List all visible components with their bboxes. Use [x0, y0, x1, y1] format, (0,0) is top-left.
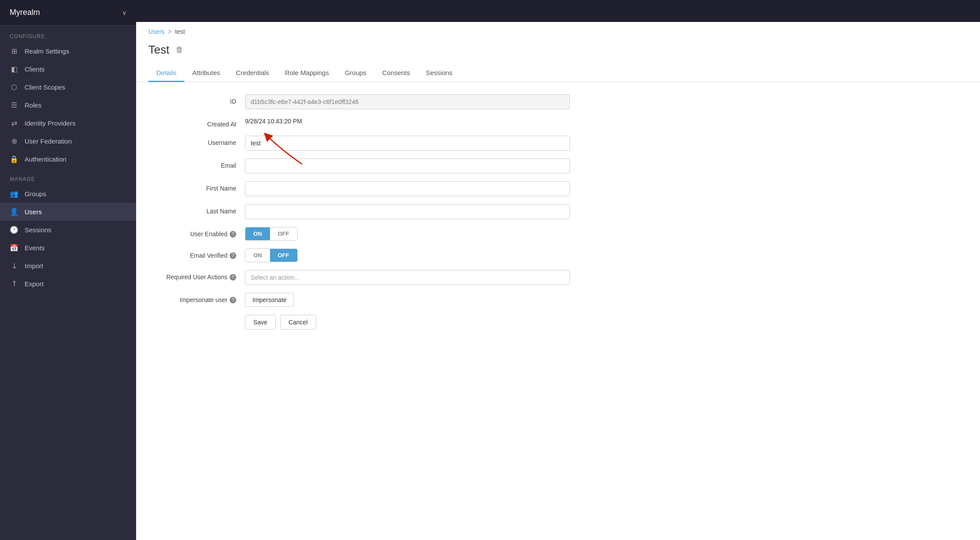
- realm-chevron-icon: ∨: [122, 9, 126, 16]
- sidebar-item-identity-providers[interactable]: ⇄ Identity Providers: [0, 114, 136, 132]
- email-verified-toggle[interactable]: ON OFF: [245, 248, 298, 262]
- sidebar-item-client-scopes[interactable]: ⬡ Client Scopes: [0, 78, 136, 96]
- sidebar-item-authentication[interactable]: 🔒 Authentication: [0, 150, 136, 168]
- tab-attributes[interactable]: Attributes: [184, 65, 228, 82]
- tab-consents[interactable]: Consents: [374, 65, 418, 82]
- last-name-input[interactable]: [245, 204, 570, 219]
- user-federation-icon: ⊕: [10, 137, 18, 145]
- sidebar-item-realm-settings[interactable]: ⊞ Realm Settings: [0, 42, 136, 60]
- email-verified-off-button[interactable]: OFF: [270, 249, 297, 262]
- save-button[interactable]: Save: [245, 315, 276, 330]
- first-name-input[interactable]: [245, 181, 570, 196]
- email-verified-on-button[interactable]: ON: [245, 249, 270, 262]
- sidebar-item-import[interactable]: ⤓ Import: [0, 257, 136, 275]
- email-verified-row: Email Verified ? ON OFF: [148, 248, 607, 262]
- impersonate-user-row: Impersonate user ? Impersonate: [148, 293, 607, 307]
- manage-section-label: Manage: [0, 168, 136, 185]
- id-label: ID: [148, 94, 245, 105]
- tabs-bar: Details Attributes Credentials Role Mapp…: [136, 65, 980, 82]
- email-row: Email: [148, 158, 607, 173]
- tab-credentials[interactable]: Credentials: [228, 65, 277, 82]
- sidebar-item-users[interactable]: 👤 Users: [0, 203, 136, 221]
- user-enabled-toggle[interactable]: ON OFF: [245, 227, 298, 241]
- sidebar-item-label: Export: [25, 280, 43, 288]
- sidebar-item-sessions[interactable]: 🕐 Sessions: [0, 221, 136, 239]
- groups-icon: 👥: [10, 190, 18, 198]
- sidebar: Myrealm ∨ Configure ⊞ Realm Settings ◧ C…: [0, 0, 136, 540]
- page-title: Test: [148, 43, 169, 57]
- created-at-value: 9/28/24 10:43:20 PM: [245, 114, 302, 125]
- user-enabled-off-button[interactable]: OFF: [270, 227, 297, 240]
- sidebar-item-export[interactable]: ⤒ Export: [0, 275, 136, 293]
- tab-role-mappings[interactable]: Role Mappings: [277, 65, 337, 82]
- users-icon: 👤: [10, 208, 18, 216]
- sidebar-item-roles[interactable]: ☰ Roles: [0, 96, 136, 114]
- user-enabled-row: User Enabled ? ON OFF: [148, 227, 607, 241]
- sidebar-item-label: Identity Providers: [25, 119, 76, 127]
- identity-providers-icon: ⇄: [10, 119, 18, 127]
- delete-icon[interactable]: 🗑: [176, 45, 184, 54]
- sidebar-item-label: Sessions: [25, 226, 51, 234]
- breadcrumb-users-link[interactable]: Users: [148, 28, 165, 35]
- sidebar-item-events[interactable]: 📅 Events: [0, 239, 136, 257]
- realm-selector[interactable]: Myrealm ∨: [0, 0, 136, 25]
- tab-groups[interactable]: Groups: [337, 65, 374, 82]
- details-form: ID Created At 9/28/24 10:43:20 PM Userna…: [136, 82, 619, 342]
- user-enabled-help-icon[interactable]: ?: [230, 231, 236, 238]
- required-user-actions-row: Required User Actions ? Select an action…: [148, 270, 607, 285]
- sidebar-item-label: Groups: [25, 190, 46, 198]
- username-row: Username: [148, 136, 607, 151]
- impersonate-button[interactable]: Impersonate: [245, 293, 294, 307]
- sidebar-item-clients[interactable]: ◧ Clients: [0, 60, 136, 78]
- last-name-row: Last Name: [148, 204, 607, 219]
- email-input[interactable]: [245, 158, 570, 173]
- tab-details[interactable]: Details: [148, 65, 184, 82]
- first-name-label: First Name: [148, 181, 245, 192]
- id-control: [245, 94, 607, 109]
- configure-section-label: Configure: [0, 25, 136, 42]
- breadcrumb-current: test: [175, 28, 185, 35]
- required-user-actions-select[interactable]: Select an action...: [245, 270, 570, 285]
- page-header: Test 🗑: [136, 39, 980, 65]
- last-name-control: [245, 204, 607, 219]
- required-user-actions-help-icon[interactable]: ?: [230, 274, 236, 281]
- breadcrumb: Users > test: [136, 22, 980, 39]
- user-enabled-on-button[interactable]: ON: [245, 227, 270, 240]
- email-verified-label: Email Verified ?: [148, 248, 245, 259]
- roles-icon: ☰: [10, 101, 18, 109]
- sidebar-item-label: Events: [25, 244, 45, 252]
- clients-icon: ◧: [10, 65, 18, 73]
- created-at-control: 9/28/24 10:43:20 PM: [245, 117, 607, 125]
- sidebar-item-label: Users: [25, 208, 42, 216]
- sidebar-item-user-federation[interactable]: ⊕ User Federation: [0, 132, 136, 150]
- username-control: [245, 136, 607, 151]
- export-icon: ⤒: [10, 280, 18, 288]
- sessions-icon: 🕐: [10, 226, 18, 234]
- first-name-control: [245, 181, 607, 196]
- last-name-label: Last Name: [148, 204, 245, 215]
- topbar: [136, 0, 980, 22]
- tab-sessions[interactable]: Sessions: [418, 65, 461, 82]
- action-buttons: Save Cancel: [148, 315, 607, 330]
- impersonate-user-control: Impersonate: [245, 293, 607, 307]
- username-label: Username: [148, 136, 245, 146]
- email-verified-help-icon[interactable]: ?: [230, 252, 236, 259]
- realm-settings-icon: ⊞: [10, 47, 18, 55]
- sidebar-item-groups[interactable]: 👥 Groups: [0, 185, 136, 203]
- client-scopes-icon: ⬡: [10, 83, 18, 91]
- created-at-label: Created At: [148, 117, 245, 128]
- email-verified-control: ON OFF: [245, 248, 607, 262]
- realm-name: Myrealm: [10, 8, 40, 17]
- import-icon: ⤓: [10, 262, 18, 270]
- sidebar-item-label: Import: [25, 262, 43, 270]
- authentication-icon: 🔒: [10, 155, 18, 163]
- impersonate-user-help-icon[interactable]: ?: [230, 297, 236, 303]
- created-at-row: Created At 9/28/24 10:43:20 PM: [148, 117, 607, 128]
- sidebar-item-label: Realm Settings: [25, 47, 69, 55]
- email-control: [245, 158, 607, 173]
- user-enabled-control: ON OFF: [245, 227, 607, 241]
- sidebar-item-label: Client Scopes: [25, 83, 65, 91]
- username-input[interactable]: [245, 136, 570, 151]
- first-name-row: First Name: [148, 181, 607, 196]
- cancel-button[interactable]: Cancel: [280, 315, 316, 330]
